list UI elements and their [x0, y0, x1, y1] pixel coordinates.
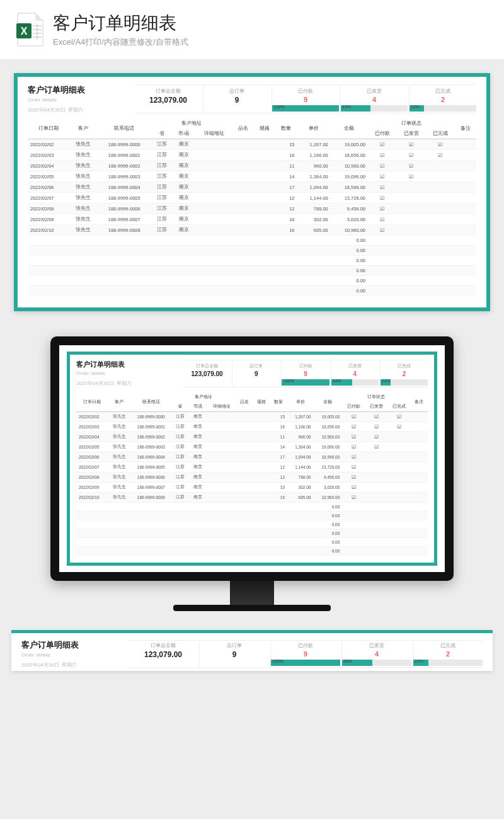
table-row: 2022/02/06张先生188-9999-0004 江苏南京 171,094.… — [28, 182, 476, 193]
order-table: 订单日期 客户 联系电话 客户地址 品名 规格 数量 单价 金额 订单状态 备注… — [76, 392, 428, 556]
sheet-title: 客户订单明细表 — [21, 639, 110, 651]
table-row: 0.00 — [76, 503, 428, 512]
table-row: 0.00 — [28, 276, 476, 286]
svg-text:X: X — [21, 26, 28, 37]
table-row: 2022/02/07张先生188-9999-0005 江苏南京 121,144.… — [28, 193, 476, 203]
table-row: 2022/02/10张先生188-9999-0008 江苏南京 16685.00… — [76, 493, 428, 503]
sheet-subtitle: Order details — [76, 370, 164, 376]
table-row: 2022/02/04张先生188-9999-0002 江苏南京 11960.00… — [76, 432, 428, 442]
table-row: 0.00 — [28, 286, 476, 296]
table-row: 2022/02/06张先生188-9999-0004 江苏南京 171,094.… — [76, 452, 428, 462]
table-row: 2022/02/08张先生188-9999-0006 江苏南京 12788.00… — [76, 472, 428, 483]
table-row: 0.00 — [28, 246, 476, 256]
kpi-done: 已完成 2 22% — [409, 84, 476, 113]
kpi-shipped: 已发货 4 44% — [340, 84, 408, 113]
table-row: 0.00 — [76, 512, 428, 520]
table-row: 0.00 — [76, 547, 428, 556]
header-banner-preview: 客户订单明细表 Order details 2022年04月30日 星期六 订单… — [11, 630, 493, 671]
page-title: 客户订单明细表 — [53, 11, 188, 35]
monitor-mockup: 客户订单明细表 Order details 2022年04月30日 星期六 订单… — [50, 336, 454, 611]
kpi-paid: 已付款 9 100% — [272, 84, 339, 113]
table-row: 2022/02/04张先生188-9999-0002 江苏南京 11960.00… — [28, 161, 476, 171]
kpi-total-amount: 订单总金额 123,079.00 — [183, 360, 231, 387]
sheet-date: 2022年04月30日 星期六 — [21, 662, 110, 668]
kpi-total-orders: 总订单 9 — [203, 84, 270, 113]
table-row: 2022/02/03张先生188-9999-0001 江苏南京 161,166.… — [28, 150, 476, 161]
table-row: 2022/02/03张先生188-9999-0001 江苏南京 161,166.… — [76, 422, 428, 432]
kpi-done: 已完成 2 22% — [413, 640, 483, 668]
page-subtitle: Excel/A4打印/内容随意修改/自带格式 — [53, 37, 188, 48]
table-row: 2022/02/02张先生188-9999-0000 江苏南京 151,267.… — [28, 139, 476, 150]
kpi-done: 已完成 2 22% — [380, 360, 428, 387]
table-row: 2022/02/07张先生188-9999-0005 江苏南京 121,144.… — [76, 462, 428, 472]
order-table: 订单日期 客户 联系电话 客户地址 品名 规格 数量 单价 金额 订单状态 备注… — [28, 118, 476, 296]
spreadsheet-preview: 客户订单明细表 Order details 2022年04月30日 星期六 订单… — [14, 73, 490, 311]
sheet-title: 客户订单明细表 — [28, 84, 116, 96]
kpi-total-orders: 总订单 9 — [232, 360, 280, 387]
sheet-date: 2022年04月30日 星期六 — [28, 106, 116, 113]
kpi-shipped: 已发货 4 44% — [341, 640, 411, 668]
table-row: 0.00 — [28, 236, 476, 246]
sheet-subtitle: Order details — [21, 652, 110, 658]
kpi-total-orders: 总订单 9 — [199, 640, 269, 668]
excel-icon: X — [15, 12, 45, 47]
table-row: 2022/02/02张先生188-9999-0000 江苏南京 151,267.… — [76, 412, 428, 422]
sheet-title: 客户订单明细表 — [76, 360, 164, 369]
sheet-subtitle: Order details — [28, 97, 116, 103]
kpi-total-amount: 订单总金额 123,079.00 — [129, 640, 198, 668]
table-row: 2022/02/05张先生188-9999-0003 江苏南京 141,364.… — [28, 171, 476, 182]
kpi-total-amount: 订单总金额 123,079.00 — [135, 84, 202, 113]
table-row: 0.00 — [76, 520, 428, 529]
table-row: 0.00 — [76, 538, 428, 547]
table-row: 2022/02/10张先生188-9999-0008 江苏南京 16685.00… — [28, 225, 476, 236]
table-row: 0.00 — [76, 529, 428, 538]
table-row: 2022/02/09张先生188-9999-0007 江苏南京 10302.00… — [76, 483, 428, 493]
kpi-shipped: 已发货 4 44% — [331, 360, 379, 387]
kpi-paid: 已付款 9 100% — [281, 360, 329, 387]
kpi-paid: 已付款 9 100% — [270, 640, 340, 668]
sheet-date: 2022年04月30日 星期六 — [76, 380, 164, 387]
page-header: X 客户订单明细表 Excel/A4打印/内容随意修改/自带格式 — [0, 0, 504, 59]
table-row: 2022/02/09张先生188-9999-0007 江苏南京 10302.00… — [28, 214, 476, 225]
table-row: 2022/02/05张先生188-9999-0003 江苏南京 141,364.… — [76, 442, 428, 452]
table-row: 0.00 — [28, 266, 476, 276]
table-row: 0.00 — [28, 256, 476, 266]
table-row: 2022/02/08张先生188-9999-0006 江苏南京 12788.00… — [28, 203, 476, 214]
